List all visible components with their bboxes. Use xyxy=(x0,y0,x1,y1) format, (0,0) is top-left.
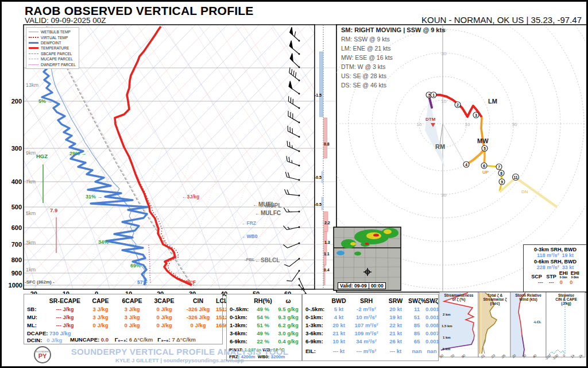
svg-text:2 km: 2 km xyxy=(443,313,451,316)
table-row: 0-1km:4 kt10 m²/s²19 kt510.001 xyxy=(303,314,438,320)
svg-text:0.4: 0.4 xyxy=(324,268,330,272)
table-row: 6-9km:22 %0.4 g/kg xyxy=(227,338,301,344)
rh-arrow-200: 5% → xyxy=(38,98,53,104)
rm-label: RM xyxy=(435,143,445,150)
hodograph-info-block: SM: RIGHT MOVING | SSW @ 9 kts RM: SSW @… xyxy=(341,25,445,90)
svg-text:5: 5 xyxy=(483,147,486,151)
table-row: 3-6km:21 kt109 m²/s²21 kt850.007 xyxy=(303,330,438,336)
svg-text:Wind (kts): Wind (kts) xyxy=(519,297,537,302)
svg-text:600: 600 xyxy=(11,224,22,231)
svg-text:Storm Relative: Storm Relative xyxy=(515,293,541,297)
map-valid-caption: Valid: 09-09 | 00:00 xyxy=(338,282,386,289)
svg-text:7: 7 xyxy=(498,165,500,169)
rh-arrow-850: 69% → xyxy=(130,263,148,269)
table-row: 0-1km:54 %9.3 g/kg xyxy=(227,314,301,320)
svg-text:.5: .5 xyxy=(427,93,431,97)
svg-text:30: 30 xyxy=(512,122,517,127)
mupl-label: ←MUPL xyxy=(260,202,281,209)
table-row: MU:--- J/kg3 J/kg3 J/kg0 J/kg-326 J/kg15… xyxy=(24,314,222,320)
table-row: 6-9km:10 kt34 m²/s²26 kt650.001 xyxy=(303,338,438,344)
kinematics-table: BWDSRHSRWSWζ%SWζ 0-.5km:5 kt-2 m²/s²20 k… xyxy=(302,294,439,361)
table-row: 0-.5km:49 %9.5 g/kg xyxy=(227,306,301,312)
lapse-label: 7.9 xyxy=(50,207,57,213)
mulfc-label: ←MULFC xyxy=(255,210,281,216)
svg-text:1.3: 1.3 xyxy=(324,240,330,244)
pbl-label: -PBL xyxy=(245,257,255,262)
dcin-row: DCIN: 0 J/kg xyxy=(27,337,62,343)
svg-text:1000: 1000 xyxy=(9,282,22,289)
thermo-table: SR-ECAPECAPE6CAPE3CAPECINLCL SB:--- J/kg… xyxy=(24,294,223,344)
station-title: KOUN - NORMAN, OK US | 35.23, -97.47 xyxy=(421,15,582,25)
svg-text:1 km: 1 km xyxy=(443,336,451,339)
svg-text:2.2: 2.2 xyxy=(324,221,330,225)
sfc-dewpoint-f: 57°F xyxy=(137,279,148,285)
svg-text:4: 4 xyxy=(465,163,467,167)
svg-text:900: 900 xyxy=(11,270,22,277)
svg-text:.5 km: .5 km xyxy=(442,347,450,351)
up-label: UP xyxy=(482,170,489,175)
valid-time: VALID: 09-09-2025 00Z xyxy=(25,16,106,25)
omega-bar-up xyxy=(320,52,323,117)
svg-text:1km: 1km xyxy=(26,267,36,273)
svg-text:(J/kg): (J/kg) xyxy=(561,301,571,306)
svg-text:700: 700 xyxy=(11,241,22,248)
dtm-label: DTM xyxy=(425,117,436,122)
table-row: ML:--- J/kg0 J/kg0 J/kg0 J/kg0 J/kg1656 … xyxy=(24,322,222,328)
sblcl-label: ←SBLCL xyxy=(255,257,280,263)
table-row: 1-3km:51 %6.2 g/kg xyxy=(227,322,301,328)
svg-text:400: 400 xyxy=(11,178,22,185)
table-row: 3-6km:49 %3.0 g/kg xyxy=(227,330,301,336)
svg-text:3km: 3km xyxy=(26,240,36,246)
sfc-temp-f: 79°F xyxy=(185,279,196,285)
table-row: 1-3km:20 kt107 m²/s²22 kt850.008 xyxy=(303,322,438,328)
svg-text:300: 300 xyxy=(11,145,22,152)
rh-arrow-650: 34% → xyxy=(98,239,115,245)
svg-text:11: 11 xyxy=(514,175,518,179)
svg-text:30: 30 xyxy=(442,193,447,198)
svg-text:1: 1 xyxy=(432,93,435,97)
svg-text:8: 8 xyxy=(500,171,502,175)
rh-arrow-450: 31% → xyxy=(86,194,103,200)
dwndrft-line-sample xyxy=(29,64,38,65)
svg-text:CIN & CAPE: CIN & CAPE xyxy=(555,297,577,301)
svg-text:0.8: 0.8 xyxy=(324,142,330,146)
svg-text:1.1: 1.1 xyxy=(324,252,330,256)
svg-text:5km: 5km xyxy=(26,210,36,216)
sounderpy-figure: 200300 400500 600700 800900 1000 -20-10 … xyxy=(0,0,588,368)
svg-text:10: 10 xyxy=(417,122,422,127)
footer-credit: KYLE J GILLETT | sounderpysoundings.anvi… xyxy=(59,357,300,363)
table-row: EIL:--- kt--- m²/s²--- ktnannan xyxy=(303,348,438,354)
temperature-line-sample xyxy=(29,47,38,49)
table-row: 0-.5km:5 kt-2 m²/s²20 kt110.001 xyxy=(303,306,438,312)
svg-text:10: 10 xyxy=(442,99,447,104)
svg-text:500: 500 xyxy=(11,204,22,210)
svg-text:9km: 9km xyxy=(26,150,36,156)
svg-text:(/sec): (/sec) xyxy=(490,301,500,306)
srh-bwd-info-box: 0-3km SRH, BWD 118 m²/s² 19 kt 0-6km SRH… xyxy=(523,244,587,292)
footer-title: SOUNDERPY VERTICAL PROFILE ANALYSIS TOOL xyxy=(59,347,300,356)
svg-text:-0.5: -0.5 xyxy=(315,175,322,179)
dcape-row: DCAPE: 730 J/kg xyxy=(27,330,71,336)
muncape-lapse-row: MUNCAPE: 0.0 Γ₀₋₃: 6 Δ°C/km Γ₃₋₆: 7 Δ°C/… xyxy=(70,336,196,343)
svg-text:of ζ (%): of ζ (%) xyxy=(452,297,466,302)
wetbulb-line-sample xyxy=(29,32,38,32)
skewt-legend: WETBULB TEMP VIRTUAL TEMP DEWPOINT TEMPE… xyxy=(26,27,79,69)
svg-text:200: 200 xyxy=(11,98,22,105)
svg-text:1.5 km: 1.5 km xyxy=(442,324,452,328)
table-row: SB:--- J/kg3 J/kg3 J/kg0 J/kg-326 J/kg15… xyxy=(24,306,222,312)
svg-text:3: 3 xyxy=(475,113,477,117)
svg-text:-1.5: -1.5 xyxy=(315,93,322,97)
virtual-temp-line-sample xyxy=(29,37,38,38)
dn-label: DN xyxy=(521,189,528,194)
dewpoint-line-sample xyxy=(29,42,38,44)
svg-text:2: 2 xyxy=(457,103,459,107)
svg-text:10: 10 xyxy=(465,122,470,127)
svg-text:-LCL: -LCL xyxy=(533,320,541,324)
sbcape-line-sample xyxy=(29,53,38,54)
hgz-label: HGZ xyxy=(36,153,48,159)
mw-label: MW xyxy=(477,137,489,144)
pressure-axis: 200300 400500 600700 800900 1000 xyxy=(9,98,22,289)
svg-text:7km: 7km xyxy=(26,179,36,185)
sounderpy-logo: SOUNDER PY xyxy=(34,346,51,363)
mucape-line-sample xyxy=(29,59,38,59)
